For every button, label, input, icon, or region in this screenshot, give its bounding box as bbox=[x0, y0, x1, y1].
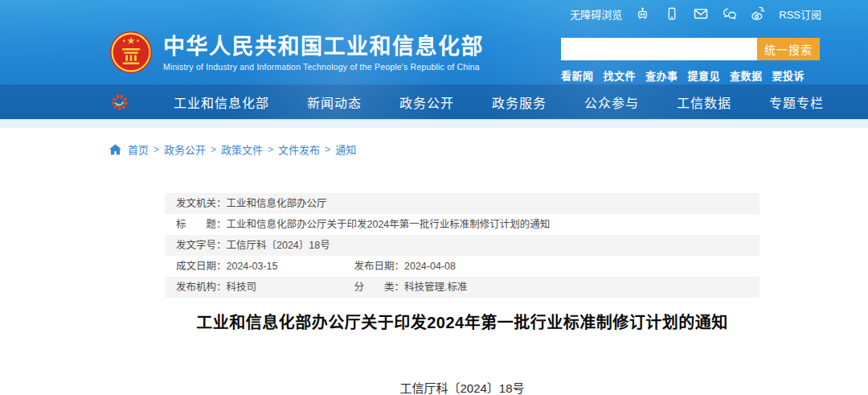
breadcrumb-notice[interactable]: 通知 bbox=[335, 142, 356, 157]
home-icon[interactable] bbox=[109, 144, 121, 155]
masthead: 无障碍浏览 bbox=[0, 0, 868, 119]
quick-link-services[interactable]: 查办事 bbox=[645, 68, 678, 83]
meta-row-dates: 成文日期：2024-03-15 发布日期：2024-04-08 bbox=[165, 256, 760, 277]
quick-link-news[interactable]: 看新闻 bbox=[561, 68, 594, 83]
meta-row-issuing-authority: 发文机关：工业和信息化部办公厅 bbox=[165, 193, 760, 214]
robot-mascot-icon[interactable] bbox=[634, 6, 651, 23]
breadcrumb-separator: > bbox=[211, 144, 216, 155]
utility-bar: 无障碍浏览 bbox=[0, 0, 868, 27]
search-area: 统一搜索 看新闻 找文件 查办事 提意见 查数据 要投诉 bbox=[561, 38, 820, 83]
quick-link-data[interactable]: 查数据 bbox=[730, 68, 763, 83]
quick-links: 看新闻 找文件 查办事 提意见 查数据 要投诉 bbox=[561, 68, 820, 83]
meta-row-title: 标 题：工业和信息化部办公厅关于印发2024年第一批行业标准制修订计划的通知 bbox=[165, 214, 760, 235]
main-nav: 工业和信息化部 新闻动态 政务公开 政务服务 公众参与 工信数据 专题专栏 bbox=[0, 84, 868, 119]
quick-link-suggestions[interactable]: 提意见 bbox=[688, 68, 721, 83]
site-header: 中华人民共和国工业和信息化部 Ministry of Industry and … bbox=[0, 27, 868, 84]
article-title: 工业和信息化部办公厅关于印发2024年第一批行业标准制修订计划的通知 bbox=[165, 310, 760, 333]
breadcrumb: 首页 > 政务公开 > 政策文件 > 文件发布 > 通知 bbox=[0, 128, 868, 157]
document-meta-table: 发文机关：工业和信息化部办公厅 标 题：工业和信息化部办公厅关于印发2024年第… bbox=[165, 193, 760, 298]
nav-item-news[interactable]: 新闻动态 bbox=[307, 93, 362, 112]
mail-icon[interactable] bbox=[692, 6, 709, 23]
nav-item-special-topics[interactable]: 专题专栏 bbox=[769, 93, 824, 112]
search-input[interactable] bbox=[561, 38, 757, 60]
meta-row-publisher-category: 发布机构：科技司 分 类：科技管理.标准 bbox=[165, 277, 760, 298]
nav-item-gov-services[interactable]: 政务服务 bbox=[492, 93, 547, 112]
rss-link[interactable]: RSS订阅 bbox=[779, 6, 821, 22]
nav-item-gov-openness[interactable]: 政务公开 bbox=[399, 93, 454, 112]
site-brand[interactable]: 中华人民共和国工业和信息化部 Ministry of Industry and … bbox=[109, 29, 484, 77]
quick-link-documents[interactable]: 找文件 bbox=[604, 68, 637, 83]
header-separator bbox=[0, 119, 868, 128]
site-title: 中华人民共和国工业和信息化部 bbox=[163, 35, 484, 60]
site-subtitle: Ministry of Industry and Information Tec… bbox=[163, 62, 484, 72]
nav-item-miit-home[interactable]: 工业和信息化部 bbox=[174, 93, 269, 112]
quick-link-complaints[interactable]: 要投诉 bbox=[772, 68, 805, 83]
weibo-icon[interactable] bbox=[750, 6, 767, 23]
mobile-icon[interactable] bbox=[663, 6, 680, 23]
nav-item-public-participation[interactable]: 公众参与 bbox=[584, 93, 639, 112]
breadcrumb-separator: > bbox=[154, 144, 159, 155]
page-content: 首页 > 政务公开 > 政策文件 > 文件发布 > 通知 发文机关：工业和信息化… bbox=[0, 128, 868, 395]
breadcrumb-document-release[interactable]: 文件发布 bbox=[278, 142, 320, 157]
breadcrumb-home[interactable]: 首页 bbox=[128, 142, 149, 157]
accessibility-link[interactable]: 无障碍浏览 bbox=[570, 6, 622, 22]
nav-item-miit-data[interactable]: 工信数据 bbox=[677, 93, 731, 112]
breadcrumb-policy-documents[interactable]: 政策文件 bbox=[221, 142, 263, 157]
miit-gear-logo-icon bbox=[111, 93, 129, 111]
wechat-icon[interactable] bbox=[721, 6, 738, 23]
national-emblem-logo bbox=[109, 29, 153, 77]
article-document-number: 工信厅科〔2024〕18号 bbox=[165, 379, 760, 395]
document-area: 发文机关：工业和信息化部办公厅 标 题：工业和信息化部办公厅关于印发2024年第… bbox=[165, 193, 760, 395]
meta-row-document-number: 发文字号：工信厅科〔2024〕18号 bbox=[165, 235, 760, 256]
search-button[interactable]: 统一搜索 bbox=[757, 38, 820, 60]
breadcrumb-separator: > bbox=[268, 144, 273, 155]
breadcrumb-gov-openness[interactable]: 政务公开 bbox=[164, 142, 206, 157]
breadcrumb-separator: > bbox=[325, 144, 330, 155]
